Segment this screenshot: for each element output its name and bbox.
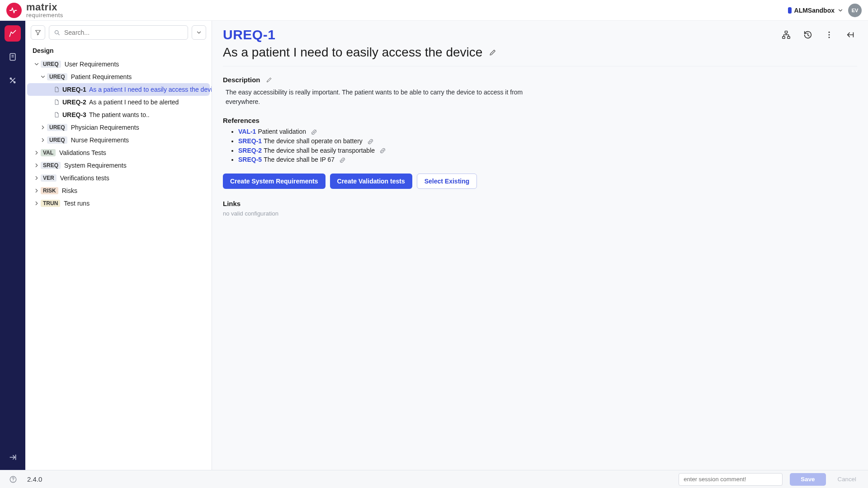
project-color-dot [788,7,792,14]
search-box[interactable] [49,25,188,40]
tree-label: Test runs [64,200,90,207]
tree-folder[interactable]: UREQPatient Requirements [27,70,210,83]
cancel-button[interactable]: Cancel [833,476,861,483]
reference-link[interactable]: VAL-1 [238,128,256,135]
tree-item[interactable]: UREQ-2As a patient I need to be alerted [27,96,210,108]
svg-line-16 [368,139,373,144]
avatar[interactable]: EV [848,4,862,17]
tree-folder[interactable]: UREQUser Requirements [27,58,210,70]
edit-description-icon[interactable] [264,75,274,85]
svg-line-18 [340,158,345,163]
rail-design[interactable] [5,25,21,42]
tree-item-label: The patient wants to.. [89,111,150,118]
reference-link[interactable]: SREQ-2 [238,147,262,154]
tree-item[interactable]: UREQ-1As a patient I need to easily acce… [27,83,210,96]
references-list: VAL-1Patient validationSREQ-1The device … [223,127,857,164]
unlink-icon[interactable] [311,129,317,136]
chevron-right-icon[interactable] [33,161,41,169]
tree-panel: Design UREQUser RequirementsUREQPatient … [25,21,212,470]
help-icon[interactable] [7,474,19,485]
unlink-icon[interactable] [379,147,386,154]
search-input[interactable] [64,29,183,36]
item-title-row: As a patient I need to easily access the… [223,42,857,64]
tree-label: Risks [62,187,77,194]
rail-collapse[interactable] [5,449,21,465]
tree-folder[interactable]: UREQNurse Requirements [27,134,210,146]
project-switcher[interactable]: ALMSandbox [788,7,844,14]
version-text: 2.4.0 [27,475,42,483]
tree-badge: VAL [41,149,56,156]
tree-badge: UREQ [47,73,67,80]
topbar-right: ALMSandbox EV [788,4,862,17]
tree-item[interactable]: UREQ-3The patient wants to.. [27,108,210,121]
brand-text: matrix requirements [26,2,63,18]
svg-line-15 [312,130,316,134]
reference-text: The device shall be easily transportable [264,147,375,154]
divider [223,66,857,66]
search-dropdown-button[interactable] [192,25,206,40]
tree-badge: UREQ [47,124,67,131]
tree-item-id: UREQ-1 [62,86,86,93]
content-topbar: UREQ-1 [223,27,857,42]
tree-label: System Requirements [64,162,127,169]
tree-label: Nurse Requirements [71,136,129,144]
back-icon[interactable] [844,28,857,42]
svg-rect-10 [788,37,790,39]
session-comment-input[interactable] [679,473,783,486]
chevron-right-icon[interactable] [33,187,41,195]
chevron-right-icon[interactable] [33,149,41,157]
tree-folder[interactable]: TRUNTest runs [27,197,210,210]
chevron-right-icon[interactable] [39,136,47,144]
create-validation-tests-button[interactable]: Create Validation tests [330,174,412,189]
footer: 2.4.0 Save Cancel [0,470,868,488]
more-icon[interactable] [823,28,835,41]
chevron-right-icon[interactable] [33,199,41,207]
tree-badge: TRUN [41,200,60,207]
item-code: UREQ-1 [223,27,275,42]
description-text: The easy accessibility is really importa… [223,88,526,107]
select-existing-button[interactable]: Select Existing [417,174,477,189]
tree-badge: UREQ [47,136,67,144]
hierarchy-icon[interactable] [779,28,793,42]
tree-folder[interactable]: RISKRisks [27,184,210,197]
chevron-down-icon[interactable] [39,73,47,81]
tree-folder[interactable]: VALValidations Tests [27,146,210,159]
rail-docs[interactable] [5,49,21,65]
links-heading: Links [223,200,857,207]
create-system-requirements-button[interactable]: Create System Requirements [223,174,326,189]
save-button[interactable]: Save [790,473,826,486]
edit-title-icon[interactable] [487,47,499,58]
tree-item-id: UREQ-2 [62,99,86,106]
tree-badge: RISK [41,187,58,194]
svg-line-17 [381,149,385,153]
svg-line-7 [58,33,59,35]
chevron-right-icon[interactable] [39,123,47,131]
reference-item: SREQ-2The device shall be easily transpo… [238,146,857,155]
project-name: ALMSandbox [794,7,835,14]
reference-link[interactable]: SREQ-5 [238,156,262,163]
svg-rect-9 [783,37,785,39]
tree-folder[interactable]: UREQPhysician Requirements [27,121,210,134]
filter-button[interactable] [31,25,45,40]
reference-text: The device shall be IP 67 [264,156,335,163]
svg-rect-8 [785,31,788,33]
document-icon [53,99,60,105]
chevron-right-icon[interactable] [33,174,41,182]
tree-folder[interactable]: SREQSystem Requirements [27,159,210,172]
chevron-down-icon [837,7,844,14]
chevron-down-icon[interactable] [33,60,41,68]
tree-section-title: Design [25,43,212,58]
tree-label: Physician Requirements [71,124,139,131]
tree-folder[interactable]: VERVerifications tests [27,172,210,184]
unlink-icon[interactable] [339,157,346,164]
svg-point-12 [829,34,830,36]
links-section: Links no valid configuration [223,200,857,217]
rail-tools[interactable] [5,72,21,89]
unlink-icon[interactable] [367,138,374,145]
topbar: matrix requirements ALMSandbox EV [0,0,868,21]
reference-link[interactable]: SREQ-1 [238,137,262,145]
tree-label: Validations Tests [59,149,106,156]
links-empty-text: no valid configuration [223,210,857,217]
brand-logo-icon [6,3,22,18]
history-icon[interactable] [801,28,815,42]
